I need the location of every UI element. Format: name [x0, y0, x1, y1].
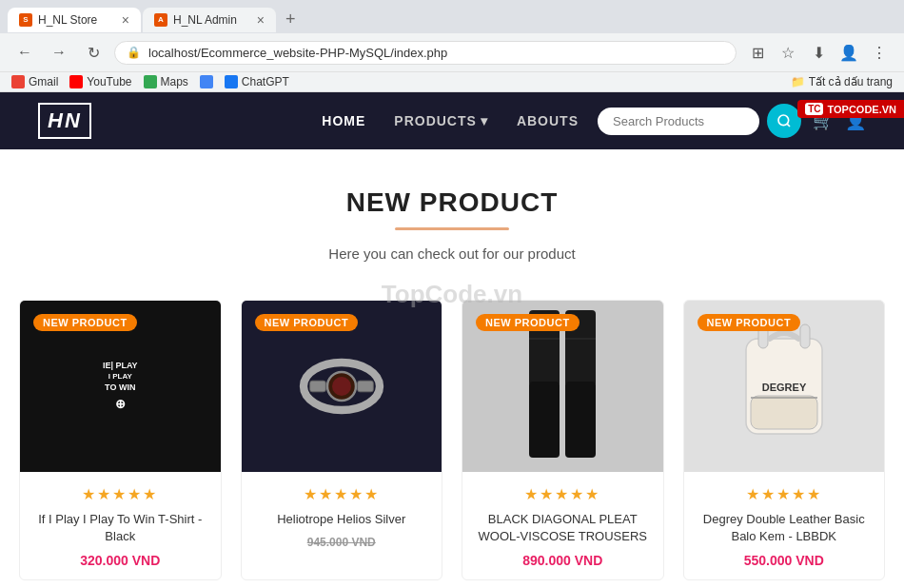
section-subtitle: Here you can check out for our product [19, 245, 885, 262]
bookmark-youtube[interactable]: YouTube [69, 75, 131, 88]
svg-point-4 [332, 377, 351, 396]
product-stars-2: ★★★★★ [253, 485, 431, 503]
bookmark-circle1[interactable] [200, 75, 213, 88]
svg-point-0 [778, 115, 789, 126]
product-image-wrap-1: NEW PRODUCT IE| PLAY I PLAY TO WIN ⊕ [20, 301, 221, 472]
product-price-2: 945.000 VND [253, 536, 431, 549]
search-icon [776, 113, 792, 128]
bookmark-chatgpt-label: ChatGPT [242, 75, 289, 88]
section-title: NEW PRODUCT [19, 187, 885, 218]
product-price-1: 320.000 VND [31, 553, 209, 568]
nav-products-label: PRODUCTS [394, 113, 477, 128]
tab-label-admin: H_NL Admin [173, 13, 251, 27]
site-logo[interactable]: HN [38, 103, 91, 139]
product-card-3[interactable]: NEW PRODUCT ★★★★★ BLACK DIAGONAL PLEAT W… [462, 300, 664, 580]
topcode-badge: TC TOPCODE.VN [797, 100, 904, 118]
svg-rect-18 [800, 324, 810, 348]
site-header: HN HOME PRODUCTS ▾ ABOUTS 🛒 👤 TC TOPCODE… [0, 92, 904, 149]
chatgpt-icon [225, 75, 238, 88]
topcode-logo-icon: TC [805, 103, 823, 115]
shirt-text: IE| PLAY I PLAY TO WIN ⊕ [103, 360, 138, 413]
bookmark-button[interactable]: ☆ [775, 39, 801, 66]
browser-chrome: S H_NL Store × A H_NL Admin × + ← → ↻ 🔒 … [0, 0, 904, 92]
forward-button[interactable]: → [46, 39, 72, 66]
bookmark-gmail[interactable]: Gmail [11, 75, 58, 88]
tab-close-admin[interactable]: × [257, 13, 265, 27]
bookmarks-more-icon: 📁 [791, 75, 805, 88]
bag-svg: DEGREY [732, 320, 836, 453]
svg-rect-15 [751, 396, 817, 429]
bookmarks-more-label: Tất cả dấu trang [809, 75, 893, 88]
svg-rect-10 [565, 382, 596, 458]
back-button[interactable]: ← [11, 39, 38, 66]
new-badge-4: NEW PRODUCT [698, 314, 801, 331]
product-name-3: BLACK DIAGONAL PLEAT WOOL-VISCOSE TROUSE… [474, 511, 652, 545]
bookmark-maps[interactable]: Maps [144, 75, 188, 88]
svg-rect-5 [309, 381, 325, 392]
translate-button[interactable]: ⊞ [744, 39, 771, 66]
product-card-4[interactable]: NEW PRODUCT DEGREY [683, 300, 886, 580]
maps-icon [144, 75, 157, 88]
svg-rect-6 [357, 381, 373, 392]
address-bar[interactable]: 🔒 localhost/Ecommerce_website-PHP-MySQL/… [114, 41, 737, 65]
search-container [598, 104, 801, 138]
product-info-2: ★★★★★ Heliotrope Helios Silver 945.000 V… [242, 472, 442, 560]
product-stars-4: ★★★★★ [696, 485, 874, 503]
youtube-icon [69, 75, 83, 88]
search-button[interactable] [767, 104, 801, 138]
reload-button[interactable]: ↻ [80, 39, 107, 66]
gmail-icon [11, 75, 25, 88]
bookmark-maps-label: Maps [161, 75, 188, 88]
nav-abouts[interactable]: ABOUTS [517, 113, 579, 128]
bookmarks-bar: Gmail YouTube Maps ChatGPT 📁 Tất cả dấu … [0, 71, 904, 91]
nav-home[interactable]: HOME [322, 113, 365, 128]
browser-tabs: S H_NL Store × A H_NL Admin × + [0, 0, 904, 33]
search-input[interactable] [598, 108, 759, 135]
download-button[interactable]: ⬇ [805, 39, 832, 66]
ring-svg [294, 348, 389, 424]
svg-line-1 [787, 124, 790, 127]
topcode-badge-label: TOPCODE.VN [827, 104, 896, 115]
product-price-3: 890.000 VND [474, 553, 652, 568]
chevron-down-icon: ▾ [481, 113, 488, 128]
product-name-4: Degrey Double Leather Basic Balo Kem - L… [696, 511, 874, 545]
product-image-wrap-3: NEW PRODUCT [462, 301, 663, 472]
more-button[interactable]: ⋮ [866, 39, 893, 66]
new-badge-1: NEW PRODUCT [33, 314, 137, 331]
product-image-wrap-4: NEW PRODUCT DEGREY [684, 301, 885, 472]
tab-label-store: H_NL Store [38, 13, 116, 27]
products-grid: NEW PRODUCT IE| PLAY I PLAY TO WIN ⊕ ★★★… [19, 300, 885, 580]
tab-favicon-admin: A [154, 13, 167, 27]
tab-favicon-store: S [19, 13, 32, 27]
nav-products[interactable]: PRODUCTS ▾ [394, 113, 488, 128]
product-stars-3: ★★★★★ [474, 485, 652, 503]
bookmark-youtube-label: YouTube [87, 75, 131, 88]
address-url: localhost/Ecommerce_website-PHP-MySQL/in… [148, 46, 724, 60]
browser-addressbar: ← → ↻ 🔒 localhost/Ecommerce_website-PHP-… [0, 33, 904, 71]
bookmark-gmail-label: Gmail [29, 75, 58, 88]
new-badge-3: NEW PRODUCT [476, 314, 580, 331]
product-card-2[interactable]: NEW PRODUCT ★★★★★ Heliotrope Helios Silv… [241, 300, 443, 580]
product-info-3: ★★★★★ BLACK DIAGONAL PLEAT WOOL-VISCOSE … [462, 472, 663, 579]
pants-svg [524, 310, 600, 462]
browser-tab-admin[interactable]: A H_NL Admin × [143, 8, 276, 32]
product-name-2: Heliotrope Helios Silver [253, 511, 431, 528]
browser-actions: ⊞ ☆ ⬇ 👤 ⋮ [744, 39, 893, 66]
new-tab-button[interactable]: + [278, 6, 304, 33]
product-image-wrap-2: NEW PRODUCT [242, 301, 442, 472]
site-nav: HOME PRODUCTS ▾ ABOUTS [322, 113, 579, 128]
browser-tab-store[interactable]: S H_NL Store × [8, 8, 141, 32]
profile-button[interactable]: 👤 [835, 39, 862, 66]
product-info-4: ★★★★★ Degrey Double Leather Basic Balo K… [684, 472, 885, 579]
product-info-1: ★★★★★ If I Play I Play To Win T-Shirt - … [20, 472, 221, 579]
circle-icon [200, 75, 213, 88]
product-stars-1: ★★★★★ [31, 485, 209, 503]
product-card-1[interactable]: NEW PRODUCT IE| PLAY I PLAY TO WIN ⊕ ★★★… [19, 300, 222, 580]
main-content: NEW PRODUCT Here you can check out for o… [0, 149, 904, 588]
lock-icon: 🔒 [127, 46, 141, 59]
bookmark-chatgpt[interactable]: ChatGPT [225, 75, 289, 88]
svg-text:DEGREY: DEGREY [762, 382, 807, 393]
bookmarks-more[interactable]: 📁 Tất cả dấu trang [791, 75, 893, 88]
product-price-4: 550.000 VND [696, 553, 874, 568]
tab-close-store[interactable]: × [122, 13, 129, 27]
